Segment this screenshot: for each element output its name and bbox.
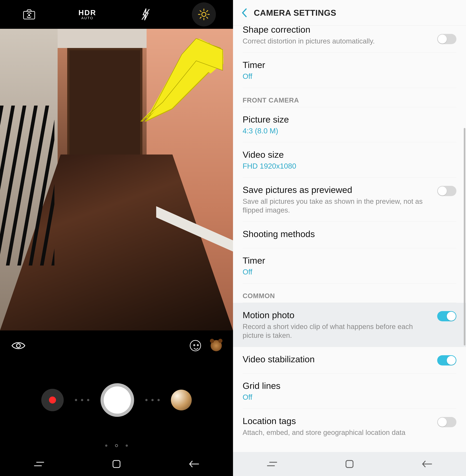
section-front-camera: FRONT CAMERA: [243, 88, 456, 107]
row-title: Picture size: [243, 114, 456, 125]
bixby-vision-button[interactable]: [11, 341, 26, 351]
row-title: Timer: [243, 60, 456, 70]
section-common: COMMON: [243, 283, 456, 303]
camera-bottom-bar: [0, 330, 233, 452]
android-navbar-left: [0, 452, 233, 476]
row-value: Off: [243, 393, 456, 401]
toggle-shape-correction[interactable]: [437, 34, 456, 44]
settings-button[interactable]: [175, 2, 233, 26]
shutter-button[interactable]: [101, 383, 134, 417]
row-value: Off: [243, 268, 456, 276]
row-shape-correction[interactable]: Shape correction Correct distortion in p…: [243, 26, 456, 53]
row-video-size[interactable]: Video size FHD 1920x1080: [243, 142, 456, 178]
row-title: Location tags: [243, 416, 431, 426]
svg-rect-16: [346, 461, 353, 467]
settings-header: CAMERA SETTINGS: [233, 0, 466, 26]
svg-point-3: [202, 12, 206, 16]
home-button[interactable]: [112, 459, 121, 469]
flash-toggle[interactable]: [116, 8, 175, 21]
toggle-video-stabilization[interactable]: [437, 355, 456, 365]
row-title: Motion photo: [243, 310, 431, 320]
row-subtitle: Save all pictures you take as shown in t…: [243, 197, 431, 215]
switch-camera-button[interactable]: [0, 9, 58, 20]
row-subtitle: Attach, embed, and store geographical lo…: [243, 428, 431, 437]
row-timer-front[interactable]: Timer Off: [243, 248, 456, 283]
svg-point-13: [194, 344, 195, 346]
row-shooting-methods[interactable]: Shooting methods: [243, 222, 456, 248]
row-location-tags[interactable]: Location tags Attach, embed, and store g…: [243, 409, 456, 444]
row-title: Shooting methods: [243, 229, 456, 239]
settings-list[interactable]: Shape correction Correct distortion in p…: [233, 26, 466, 452]
ar-sticker-bear-button[interactable]: [210, 340, 222, 351]
row-title: Grid lines: [243, 381, 456, 391]
toggle-motion-photo[interactable]: [437, 311, 456, 321]
row-value: FHD 1920x1080: [243, 162, 456, 170]
row-value: 4:3 (8.0 M): [243, 126, 456, 135]
ar-sticker-face-button[interactable]: [190, 340, 201, 351]
record-video-button[interactable]: [41, 389, 64, 411]
toggle-save-as-previewed[interactable]: [437, 186, 456, 196]
row-picture-size[interactable]: Picture size 4:3 (8.0 M): [243, 107, 456, 142]
row-subtitle: Record a short video clip of what happen…: [243, 322, 431, 340]
recents-button[interactable]: [34, 460, 45, 468]
row-motion-photo[interactable]: Motion photo Record a short video clip o…: [233, 303, 466, 347]
hdr-toggle[interactable]: HDR AUTO: [58, 9, 116, 20]
svg-point-12: [16, 344, 20, 348]
viewfinder[interactable]: [0, 29, 233, 330]
row-save-as-previewed[interactable]: Save pictures as previewed Save all pict…: [243, 178, 456, 222]
camera-top-toolbar: HDR AUTO: [0, 0, 233, 29]
svg-point-14: [197, 344, 198, 346]
row-grid-lines[interactable]: Grid lines Off: [243, 374, 456, 409]
row-title: Video stabilization: [243, 354, 431, 364]
svg-point-1: [28, 15, 30, 16]
row-title: Video size: [243, 149, 456, 160]
camera-settings-pane: CAMERA SETTINGS Shape correction Correct…: [233, 0, 466, 476]
row-title: Save pictures as previewed: [243, 185, 431, 195]
home-button[interactable]: [345, 459, 354, 469]
hdr-label: HDR: [78, 9, 96, 16]
camera-app-pane: HDR AUTO: [0, 0, 233, 476]
row-video-stabilization[interactable]: Video stabilization: [243, 347, 456, 374]
mode-dots-left: [75, 399, 89, 401]
gallery-thumbnail[interactable]: [171, 390, 192, 410]
row-subtitle: Correct distortion in pictures automatic…: [243, 37, 431, 45]
page-indicator: [0, 439, 233, 452]
recents-button[interactable]: [267, 460, 278, 468]
gear-icon: [197, 8, 210, 21]
toggle-location-tags[interactable]: [437, 417, 456, 427]
row-title: Timer: [243, 255, 456, 266]
back-button[interactable]: [188, 460, 199, 468]
row-value: Off: [243, 72, 456, 81]
svg-rect-15: [113, 461, 120, 467]
row-title: Shape correction: [243, 26, 431, 35]
back-chevron[interactable]: [241, 8, 247, 18]
settings-title: CAMERA SETTINGS: [254, 8, 336, 18]
android-navbar-right: [233, 452, 466, 476]
back-button[interactable]: [421, 460, 432, 468]
scrollbar[interactable]: [464, 128, 465, 345]
row-timer-rear[interactable]: Timer Off: [243, 53, 456, 88]
hdr-mode: AUTO: [78, 16, 96, 20]
mode-dots-right: [145, 399, 160, 401]
